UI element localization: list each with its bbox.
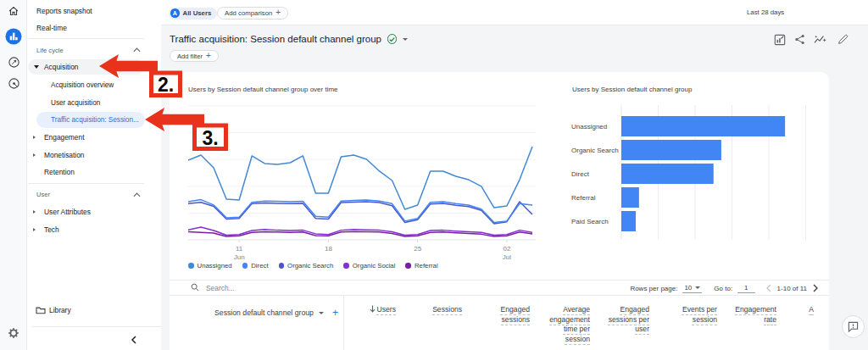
table-column-divider <box>343 295 344 350</box>
segment-avatar: A <box>170 8 180 18</box>
feedback-icon <box>848 321 859 332</box>
goto-label: Go to: <box>714 285 732 292</box>
plus-icon: + <box>275 8 281 17</box>
reports-icon[interactable] <box>0 25 27 47</box>
sidebar-item-user-attributes[interactable]: User Attributes <box>27 203 161 220</box>
settings-gear-icon[interactable] <box>0 322 27 344</box>
page-title: Traffic acquisition: Session default cha… <box>170 34 408 44</box>
rows-per-page-select[interactable]: 10 <box>682 284 702 293</box>
plus-icon: + <box>206 52 211 60</box>
comparison-topbar: A All Users Add comparison+ Last 28 days <box>161 0 868 25</box>
legend-dot <box>188 263 194 269</box>
legend-dot <box>242 263 248 269</box>
metric-column-header[interactable]: Engaged sessions per user <box>597 305 649 335</box>
table-header-divider <box>170 295 829 296</box>
nav-divider <box>28 183 144 184</box>
svg-text:Organic Search: Organic Search <box>571 147 619 154</box>
legend-item: Organic Social <box>343 262 395 269</box>
legend-dot <box>279 263 285 269</box>
sidebar-item-real-time[interactable]: Real-time <box>27 19 161 36</box>
sidebar-item-retention[interactable]: Retention <box>27 164 161 181</box>
rows-per-page-label: Rows per page: <box>630 285 677 292</box>
svg-text:25: 25 <box>414 245 421 253</box>
metric-column-header[interactable]: A <box>802 305 814 315</box>
nav-section-life-cycle[interactable]: Life cycle <box>27 42 161 58</box>
collapsed-caret-icon <box>33 228 36 231</box>
nav-divider <box>28 38 144 39</box>
legend-dot <box>343 263 349 269</box>
search-input[interactable]: Search... <box>206 284 235 292</box>
table-search-row: Search... Rows per page: 10 Go to: 1 1-1… <box>170 280 829 295</box>
add-dimension-icon[interactable]: + <box>332 307 338 319</box>
nav-divider <box>32 326 161 327</box>
share-icon[interactable] <box>793 33 806 46</box>
insights-icon[interactable] <box>814 33 826 46</box>
metric-column-header[interactable]: Users <box>348 305 396 316</box>
collapsed-caret-icon <box>33 153 36 157</box>
legend-item: Unassigned <box>188 262 232 269</box>
legend-dot <box>405 263 411 269</box>
legend-item: Direct <box>242 262 269 269</box>
prev-page-icon[interactable] <box>765 284 772 292</box>
line-chart-legend: UnassignedDirectOrganic SearchOrganic So… <box>188 262 438 269</box>
main-content: A All Users Add comparison+ Last 28 days… <box>161 0 868 350</box>
sidebar-item-user-acquisition[interactable]: User acquisition <box>27 94 161 111</box>
pagination-range: 1-10 of 11 <box>777 285 807 292</box>
next-page-icon[interactable] <box>812 284 819 292</box>
data-quality-check-icon[interactable] <box>387 34 398 44</box>
metric-column-header[interactable]: Engaged sessions <box>481 305 530 325</box>
svg-text:18: 18 <box>325 245 332 253</box>
svg-text:Referral: Referral <box>571 194 596 202</box>
title-dropdown-caret-icon[interactable] <box>403 38 408 41</box>
metric-column-header[interactable]: Events per session <box>670 305 717 325</box>
goto-input[interactable]: 1 <box>737 284 754 293</box>
app-icon-rail <box>0 0 27 350</box>
explore-icon[interactable] <box>0 51 27 73</box>
search-icon <box>191 283 199 292</box>
bar-chart-title: Users by Session default channel group <box>572 86 692 93</box>
date-range[interactable]: Last 28 days <box>747 8 784 16</box>
svg-text:11: 11 <box>236 245 243 253</box>
sort-desc-icon <box>370 305 376 316</box>
feedback-button[interactable] <box>842 315 865 338</box>
sidebar-item-acquisition-overview[interactable]: Acquisition overview <box>27 76 161 93</box>
report-nav-sidebar: Reports snapshot Real-time Life cycle Ac… <box>27 0 161 350</box>
sidebar-item-library[interactable]: Library <box>27 302 161 319</box>
nav-section-user[interactable]: User <box>27 186 161 203</box>
collapsed-caret-icon <box>33 210 36 214</box>
collapse-section-icon[interactable] <box>133 47 141 53</box>
sidebar-item-traffic-acquisition[interactable]: Traffic acquisition: Session... <box>36 112 145 128</box>
folder-icon <box>36 306 46 314</box>
line-chart[interactable]: 11Jun182502Jul <box>188 103 537 269</box>
home-icon[interactable] <box>0 0 27 22</box>
collapsed-caret-icon <box>33 136 36 139</box>
line-chart-title: Users by Session default channel group o… <box>188 86 338 93</box>
report-card: Users by Session default channel group o… <box>170 72 829 350</box>
add-comparison-button[interactable]: Add comparison+ <box>217 7 288 19</box>
sidebar-item-monetisation[interactable]: Monetisation <box>27 147 161 164</box>
metric-column-header[interactable]: Average engagement time per session <box>539 305 590 344</box>
sidebar-item-reports-snapshot[interactable]: Reports snapshot <box>27 3 161 19</box>
sidebar-item-engagement[interactable]: Engagement <box>27 129 161 146</box>
svg-text:Unassigned: Unassigned <box>571 123 607 131</box>
all-users-chip[interactable]: A All Users <box>169 8 217 19</box>
metric-column-header[interactable]: Engagement rate <box>726 305 776 325</box>
legend-item: Organic Search <box>279 262 334 269</box>
edit-pencil-icon[interactable] <box>837 33 849 46</box>
dimension-caret-icon[interactable] <box>319 312 324 314</box>
add-filter-button[interactable]: Add filter+ <box>170 50 219 62</box>
expanded-caret-icon[interactable] <box>34 65 39 69</box>
sidebar-item-tech[interactable]: Tech <box>27 221 161 238</box>
advertising-icon[interactable] <box>0 72 27 94</box>
bar-chart[interactable]: UnassignedOrganic SearchDirectReferralPa… <box>559 103 822 257</box>
sidebar-item-acquisition[interactable]: Acquisition <box>28 59 144 75</box>
svg-text:02: 02 <box>503 245 510 253</box>
collapse-sidebar-icon[interactable] <box>129 333 139 348</box>
collapse-section-icon[interactable] <box>133 192 141 197</box>
svg-text:Jun: Jun <box>234 253 245 261</box>
pagination: Rows per page: 10 Go to: 1 1-10 of 11 <box>630 284 819 293</box>
legend-item: Referral <box>405 262 437 269</box>
customize-report-icon[interactable] <box>773 33 786 46</box>
metric-column-header[interactable]: Sessions <box>403 305 462 315</box>
dimension-column-header[interactable]: Session default channel group + <box>214 307 338 319</box>
